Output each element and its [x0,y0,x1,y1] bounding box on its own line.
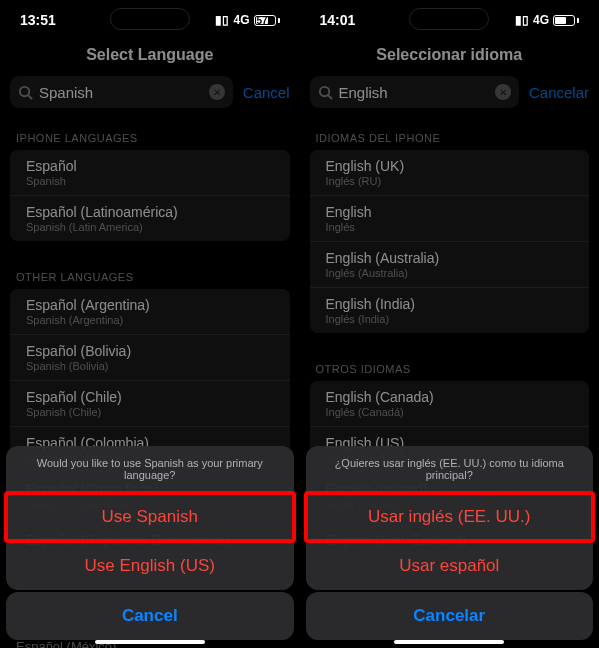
home-indicator [95,640,205,644]
row-sub: Inglés (Australia) [326,267,574,279]
svg-line-3 [328,95,332,99]
search-row: English ✕ Cancelar [300,76,600,118]
row-sub: Spanish (Argentina) [26,314,274,326]
row-sub: Spanish (Bolivia) [26,360,274,372]
search-icon [18,85,33,100]
row-sub: Inglés (Canadá) [326,406,574,418]
row-main: English [326,204,574,220]
clear-icon[interactable]: ✕ [209,84,225,100]
list-item[interactable]: EspañolSpanish [10,150,290,195]
page-title: Select Language [0,40,300,76]
status-bar: 13:51 ▮▯ 4G 57 [0,0,300,40]
row-main: Español (Bolivia) [26,343,274,359]
sheet-prompt: Would you like to use Spanish as your pr… [6,446,294,493]
row-main: Español (Chile) [26,389,274,405]
use-secondary-button[interactable]: Use English (US) [6,542,294,590]
svg-line-1 [28,95,32,99]
network-label: 4G [233,13,249,27]
list-item[interactable]: EnglishInglés [310,195,590,241]
section-header-iphone: IPHONE LANGUAGES [0,118,300,150]
network-label: 4G [533,13,549,27]
sheet-primary-label: Usar inglés (EE. UU.) [368,507,530,526]
list-item[interactable]: Español (Chile)Spanish (Chile) [10,380,290,426]
page-title: Seleccionar idioma [300,40,600,76]
sheet-cancel-button[interactable]: Cancel [6,592,294,640]
signal-icon: ▮▯ [215,13,229,27]
list-item[interactable]: English (India)Inglés (India) [310,287,590,333]
list-item[interactable]: English (Australia)Inglés (Australia) [310,241,590,287]
sheet-primary-label: Use Spanish [102,507,198,526]
status-right: ▮▯ 4G 57 [215,13,279,27]
search-input[interactable]: Spanish ✕ [10,76,233,108]
status-time: 14:01 [320,12,356,28]
sheet-prompt: ¿Quieres usar inglés (EE. UU.) como tu i… [306,446,594,493]
row-main: English (India) [326,296,574,312]
home-indicator [394,640,504,644]
section-header-iphone: IDIOMAS DEL IPHONE [300,118,600,150]
row-sub: Inglés (RU) [326,175,574,187]
battery-pct: 57 [256,15,267,26]
sheet-cancel-button[interactable]: Cancelar [306,592,594,640]
list-item[interactable]: Español (Bolivia)Spanish (Bolivia) [10,334,290,380]
status-bar: 14:01 ▮▯ 4G [300,0,600,40]
list-item[interactable]: English (Canada)Inglés (Canadá) [310,381,590,426]
section-header-other: OTROS IDIOMAS [300,349,600,381]
search-icon [318,85,333,100]
search-cancel-button[interactable]: Cancel [243,84,290,101]
use-primary-button[interactable]: Usar inglés (EE. UU.) [306,493,594,542]
row-main: Español [26,158,274,174]
list-item[interactable]: English (UK)Inglés (RU) [310,150,590,195]
status-time: 13:51 [20,12,56,28]
dynamic-island [110,8,190,30]
action-sheet: Would you like to use Spanish as your pr… [6,446,294,590]
row-main: English (UK) [326,158,574,174]
action-sheet: ¿Quieres usar inglés (EE. UU.) como tu i… [306,446,594,590]
signal-icon: ▮▯ [515,13,529,27]
search-cancel-button[interactable]: Cancelar [529,84,589,101]
search-value: Spanish [39,84,209,101]
status-right: ▮▯ 4G [515,13,579,27]
dynamic-island [409,8,489,30]
row-sub: Spanish (Chile) [26,406,274,418]
phone-left: 13:51 ▮▯ 4G 57 Select Language Spanish ✕… [0,0,300,648]
use-secondary-button[interactable]: Usar español [306,542,594,590]
row-main: Español (Latinoamérica) [26,204,274,220]
row-main: Español (Argentina) [26,297,274,313]
search-row: Spanish ✕ Cancel [0,76,300,118]
battery-icon [553,15,579,26]
row-sub: Inglés (India) [326,313,574,325]
svg-point-0 [20,86,29,95]
row-sub: Inglés [326,221,574,233]
clear-icon[interactable]: ✕ [495,84,511,100]
search-value: English [339,84,495,101]
section-header-other: OTHER LANGUAGES [0,257,300,289]
use-primary-button[interactable]: Use Spanish [6,493,294,542]
phone-right: 14:01 ▮▯ 4G Seleccionar idioma English ✕… [300,0,600,648]
search-input[interactable]: English ✕ [310,76,519,108]
list-item[interactable]: Español (Latinoamérica)Spanish (Latin Am… [10,195,290,241]
svg-point-2 [319,86,328,95]
row-main: English (Australia) [326,250,574,266]
row-main: English (Canada) [326,389,574,405]
list-item[interactable]: Español (Argentina)Spanish (Argentina) [10,289,290,334]
row-sub: Spanish [26,175,274,187]
row-sub: Spanish (Latin America) [26,221,274,233]
